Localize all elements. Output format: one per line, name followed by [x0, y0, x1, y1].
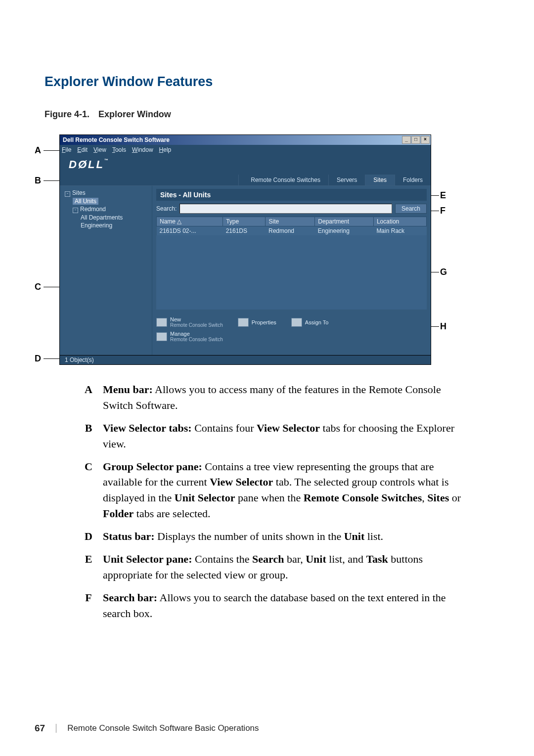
- legend-letter: C: [74, 459, 103, 522]
- search-input[interactable]: [179, 204, 392, 214]
- menu-window[interactable]: Window: [132, 146, 153, 153]
- tab-remote-console-switches[interactable]: Remote Console Switches: [238, 175, 328, 185]
- task-sublabel: Remote Console Switch: [170, 322, 223, 328]
- tab-servers[interactable]: Servers: [328, 175, 365, 185]
- menu-view[interactable]: View: [93, 146, 106, 153]
- task-label: Assign To: [305, 319, 329, 325]
- search-label: Search:: [156, 205, 177, 212]
- tree-node-sites[interactable]: -Sites: [62, 189, 150, 197]
- callout-G: G: [440, 267, 447, 277]
- legend-text-D: Status bar: Displays the number of units…: [103, 529, 470, 544]
- legend-text-E: Unit Selector pane: Contains the Search …: [103, 551, 470, 583]
- menu-edit[interactable]: Edit: [77, 146, 88, 153]
- unit-table: Name △ Type Site Department Location 216…: [156, 217, 427, 235]
- logo-text: DØLL: [69, 158, 104, 171]
- assign-icon: [291, 318, 302, 327]
- tree-node-engineering[interactable]: Engineering: [62, 222, 150, 229]
- trademark: ™: [104, 158, 108, 163]
- page-footer: 67 Remote Console Switch Software Basic …: [35, 723, 259, 734]
- legend-letter: E: [74, 551, 103, 583]
- unit-list-body: [156, 235, 427, 310]
- callout-A: A: [35, 145, 41, 156]
- window-title: Dell Remote Console Switch Software: [63, 136, 170, 143]
- search-button[interactable]: Search: [395, 204, 427, 214]
- view-selector-tabs: Remote Console Switches Servers Sites Fo…: [60, 175, 431, 186]
- tab-sites[interactable]: Sites: [365, 175, 395, 185]
- callout-H: H: [440, 321, 446, 332]
- col-type[interactable]: Type: [223, 217, 266, 226]
- close-button[interactable]: ×: [421, 136, 430, 144]
- manage-icon: [156, 332, 167, 341]
- legend-text-A: Menu bar: Allows you to access many of t…: [103, 382, 470, 413]
- logo-area: DØLL™: [60, 155, 431, 175]
- task-label: Manage: [170, 331, 190, 337]
- figure-caption: Figure 4-1. Explorer Window: [44, 109, 490, 120]
- task-new-switch[interactable]: New Remote Console Switch: [156, 316, 223, 328]
- minimize-button[interactable]: _: [402, 136, 411, 144]
- menu-tools[interactable]: Tools: [112, 146, 126, 153]
- task-label: New: [170, 316, 181, 322]
- section-heading: Explorer Window Features: [44, 74, 490, 89]
- callout-C: C: [35, 282, 41, 292]
- legend-text-F: Search bar: Allows you to search the dat…: [103, 590, 470, 622]
- menu-file[interactable]: File: [62, 146, 71, 153]
- figure-image: A B C D E F G H Dell Remote Console Swit…: [40, 134, 490, 372]
- col-location[interactable]: Location: [373, 217, 426, 226]
- unit-selector-pane: Sites - All Units Search: Search Name △ …: [152, 186, 431, 355]
- chapter-title: Remote Console Switch Software Basic Ope…: [67, 723, 259, 733]
- group-selector-pane: -Sites All Units -Redmond All Department…: [60, 186, 152, 355]
- search-bar: Search: Search: [156, 204, 427, 214]
- tab-folders[interactable]: Folders: [395, 175, 431, 185]
- window-titlebar: Dell Remote Console Switch Software _ □ …: [60, 135, 431, 145]
- properties-icon: [238, 318, 249, 327]
- menu-bar: File Edit View Tools Window Help: [60, 145, 431, 155]
- switch-icon: [156, 318, 167, 327]
- callout-line: [44, 358, 59, 359]
- legend-letter: D: [74, 529, 103, 544]
- legend: A Menu bar: Allows you to access many of…: [74, 382, 470, 622]
- tree-node-redmond[interactable]: -Redmond: [62, 205, 150, 214]
- legend-letter: B: [74, 420, 103, 452]
- col-department[interactable]: Department: [315, 217, 374, 226]
- callout-B: B: [35, 176, 41, 186]
- task-properties[interactable]: Properties: [238, 316, 276, 328]
- legend-letter: F: [74, 590, 103, 622]
- legend-text-C: Group Selector pane: Contains a tree vie…: [103, 459, 470, 522]
- footer-separator: [56, 724, 56, 733]
- task-assign-to[interactable]: Assign To: [291, 316, 329, 328]
- callout-E: E: [440, 190, 446, 201]
- callout-D: D: [35, 354, 41, 364]
- task-manage-switch[interactable]: Manage Remote Console Switch: [156, 331, 223, 342]
- maximize-button[interactable]: □: [411, 136, 420, 144]
- task-buttons: New Remote Console Switch Properties Ass…: [156, 316, 427, 328]
- legend-letter: A: [74, 382, 103, 413]
- legend-text-B: View Selector tabs: Contains four View S…: [103, 420, 470, 452]
- dell-logo: DØLL™: [69, 158, 108, 171]
- task-sublabel: Remote Console Switch: [170, 337, 223, 342]
- explorer-window: Dell Remote Console Switch Software _ □ …: [59, 134, 431, 365]
- tree-node-all-departments[interactable]: All Departments: [62, 214, 150, 222]
- col-name[interactable]: Name △: [157, 217, 223, 226]
- pane-header: Sites - All Units: [156, 189, 427, 201]
- status-text: 1 Object(s): [65, 356, 94, 363]
- menu-help[interactable]: Help: [159, 146, 172, 153]
- callout-line: [44, 150, 59, 151]
- table-row[interactable]: 2161DS 02-... 2161DS Redmond Engineering…: [157, 226, 427, 236]
- callout-F: F: [440, 206, 445, 216]
- page-number: 67: [35, 723, 45, 734]
- status-bar: 1 Object(s): [60, 355, 431, 364]
- tree-node-all-units[interactable]: All Units: [62, 197, 150, 205]
- task-label: Properties: [252, 319, 276, 325]
- col-site[interactable]: Site: [266, 217, 315, 226]
